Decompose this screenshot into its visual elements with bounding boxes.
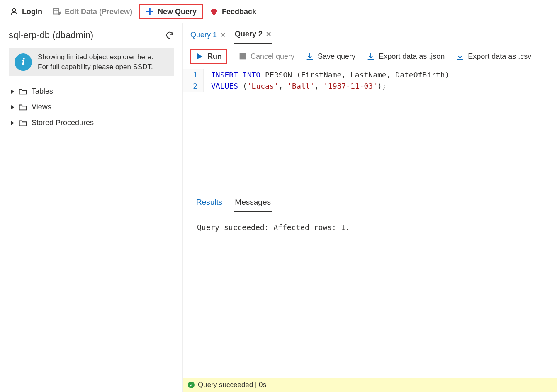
folder-icon [18,87,27,96]
object-explorer-sidebar: sql-erp-db (dbadmin) i Showing limited o… [0,23,183,392]
code-line: 2 VALUES ('Lucas', 'Ball', '1987-11-03')… [183,80,557,92]
line-number: 2 [183,80,204,92]
caret-icon [11,121,14,125]
export-csv-button[interactable]: Export data as .csv [455,52,531,61]
cancel-label: Cancel query [251,52,294,61]
table-edit-icon [52,7,61,16]
messages-output: Query succeeded: Affected rows: 1. [195,212,544,378]
tree-label-sprocs: Stored Procedures [32,119,94,127]
tab-results[interactable]: Results [195,195,223,212]
top-toolbar: Login Edit Data (Preview) New Query Feed… [0,0,557,23]
tree-item-views[interactable]: Views [10,99,174,115]
tree-item-sprocs[interactable]: Stored Procedures [10,115,174,131]
close-icon[interactable]: ✕ [266,30,271,38]
tab-query-2[interactable]: Query 2 ✕ [234,27,272,44]
download-icon [455,52,465,61]
tab-label-q1: Query 1 [190,31,217,39]
run-label: Run [207,52,222,61]
svg-rect-3 [146,11,153,12]
login-button[interactable]: Login [5,4,47,19]
svg-point-0 [12,9,15,12]
play-icon [195,52,204,61]
results-panel: Results Messages Query succeeded: Affect… [183,189,557,378]
line-number: 1 [183,69,204,80]
tree-label-views: Views [32,103,51,111]
editor-column: Query 1 ✕ Query 2 ✕ Run Cancel query [183,23,557,392]
tree-label-tables: Tables [32,87,53,96]
sql-editor[interactable]: 1 INSERT INTO PERSON (FirstName, LastNam… [183,69,557,189]
download-icon [305,52,314,61]
edit-data-button[interactable]: Edit Data (Preview) [47,4,137,19]
cancel-query-button[interactable]: Cancel query [238,52,294,61]
status-text: Query succeeded | 0s [198,381,266,389]
info-icon: i [15,53,32,71]
db-header: sql-erp-db (dbadmin) [9,30,174,41]
stop-icon [238,52,247,61]
feedback-label: Feedback [222,7,256,16]
run-button[interactable]: Run [190,49,227,64]
code-text: VALUES ('Lucas', 'Ball', '1987-11-03'); [204,80,387,92]
new-query-label: New Query [158,7,197,16]
save-label: Save query [318,52,355,61]
edit-data-label: Edit Data (Preview) [65,7,132,16]
code-line: 1 INSERT INTO PERSON (FirstName, LastNam… [183,69,557,80]
refresh-button[interactable] [165,31,174,40]
folder-icon [18,119,27,128]
feedback-button[interactable]: Feedback [204,4,261,19]
new-query-button[interactable]: New Query [139,4,203,19]
tab-query-1[interactable]: Query 1 ✕ [190,28,226,44]
folder-icon [18,103,27,112]
info-message: i Showing limited object explorer here. … [9,48,174,76]
success-icon: ✓ [188,382,195,388]
info-line2: For full capability please open SSDT. [38,62,153,72]
export-json-button[interactable]: Export data as .json [366,52,445,61]
export-json-label: Export data as .json [379,52,445,61]
status-bar: ✓ Query succeeded | 0s [183,378,557,392]
plus-icon [145,7,154,16]
db-title: sql-erp-db (dbadmin) [9,30,93,41]
save-query-button[interactable]: Save query [305,52,355,61]
code-text: INSERT INTO PERSON (FirstName, LastName,… [204,69,449,80]
query-tabs: Query 1 ✕ Query 2 ✕ [183,23,557,44]
login-label: Login [22,7,42,16]
export-csv-label: Export data as .csv [468,52,531,61]
svg-rect-4 [240,53,246,60]
caret-icon [11,105,14,109]
tree-item-tables[interactable]: Tables [10,84,174,99]
info-text: Showing limited object explorer here. Fo… [38,52,153,72]
tab-messages[interactable]: Messages [234,195,272,212]
close-icon[interactable]: ✕ [220,31,226,39]
heart-icon [209,7,219,16]
object-tree: Tables Views Stored Procedures [9,84,174,131]
download-icon [366,52,375,61]
query-toolbar: Run Cancel query Save query Export data … [183,44,557,69]
message-text: Query succeeded: Affected rows: 1. [197,223,542,232]
tab-label-q2: Query 2 [235,30,263,39]
results-tabs: Results Messages [195,195,544,212]
info-line1: Showing limited object explorer here. [38,52,153,62]
person-icon [10,7,19,16]
caret-icon [11,90,14,94]
